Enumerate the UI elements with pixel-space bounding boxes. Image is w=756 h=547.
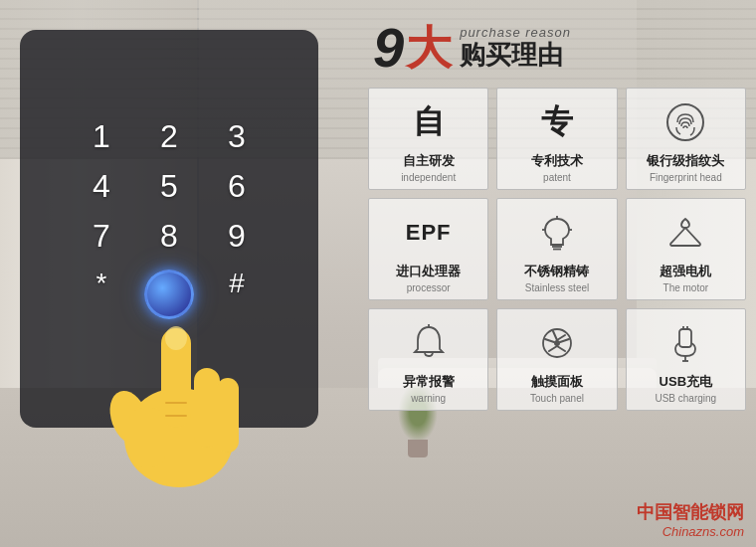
fingerprint-icon — [660, 96, 711, 148]
touchpanel-zh: 触摸面板 — [531, 373, 583, 391]
reasons-header: 9 大 purchase reason 购买理由 — [368, 20, 746, 76]
feature-processor: EPF 进口处理器 processor — [368, 198, 488, 300]
feature-touchpanel: 触摸面板 Touch panel — [496, 308, 617, 411]
key-4[interactable]: 4 — [77, 170, 126, 202]
patent-zh: 专利技术 — [531, 152, 583, 170]
patent-icon: 专 — [531, 96, 583, 148]
key-3[interactable]: 3 — [212, 120, 262, 152]
processor-en: processor — [407, 282, 451, 293]
processor-zh: 进口处理器 — [396, 263, 461, 280]
feature-motor: 超强电机 The motor — [626, 198, 746, 300]
patent-en: patent — [543, 172, 571, 183]
feature-stainless: 不锈钢精铸 Stainless steel — [496, 198, 617, 300]
key-8[interactable]: 8 — [144, 220, 194, 252]
footer-brand: 中国智能锁网 Chinazns.com — [637, 500, 744, 539]
stainless-icon — [531, 207, 583, 259]
subtitle-english: purchase reason — [460, 25, 571, 40]
svg-rect-3 — [194, 368, 220, 448]
alarm-en: warning — [411, 393, 446, 404]
svg-rect-5 — [129, 408, 165, 467]
epf-icon: EPF — [403, 207, 455, 259]
brand-chinese: 中国智能锁网 — [637, 500, 744, 524]
touchpanel-icon — [531, 317, 583, 369]
feature-fingerprint: 银行级指纹头 Fingerprint head — [626, 88, 746, 190]
stainless-en: Stainless steel — [525, 282, 589, 293]
number-nine: 9 — [373, 20, 404, 76]
key-7[interactable]: 7 — [77, 220, 126, 252]
key-2[interactable]: 2 — [144, 120, 194, 152]
da-character: 大 — [406, 25, 452, 71]
motor-zh: 超强电机 — [660, 263, 711, 280]
fingerprint-zh: 银行级指纹头 — [647, 152, 724, 170]
header-text: purchase reason 购买理由 — [460, 25, 571, 71]
feature-usb: USB充电 USB charging — [626, 308, 746, 411]
feature-alarm: 异常报警 warning — [368, 308, 488, 411]
subtitle-chinese: 购买理由 — [460, 40, 571, 71]
independent-zh: 自主研发 — [403, 152, 455, 170]
alarm-zh: 异常报警 — [403, 373, 455, 391]
fingerprint-en: Fingerprint head — [650, 172, 722, 183]
brand-english: Chinazns.com — [637, 524, 744, 539]
independent-en: independent — [401, 172, 456, 183]
feature-independent: 自 自主研发 independent — [368, 88, 488, 190]
key-1[interactable]: 1 — [77, 120, 126, 152]
alarm-icon — [403, 317, 455, 369]
svg-rect-18 — [679, 329, 691, 347]
motor-icon — [660, 207, 711, 259]
stainless-zh: 不锈钢精铸 — [524, 263, 589, 280]
touchpanel-en: Touch panel — [530, 393, 584, 404]
usb-zh: USB充电 — [660, 373, 712, 391]
svg-rect-4 — [217, 378, 239, 453]
hand-pointer — [99, 288, 259, 487]
reasons-panel: 9 大 purchase reason 购买理由 自 自主研发 independ… — [368, 20, 746, 411]
key-5[interactable]: 5 — [144, 170, 194, 202]
features-grid: 自 自主研发 independent 专 专利技术 patent — [368, 88, 746, 411]
motor-en: The motor — [663, 282, 709, 293]
usb-icon — [660, 317, 711, 369]
key-9[interactable]: 9 — [212, 220, 262, 252]
key-6[interactable]: 6 — [212, 170, 262, 202]
usb-en: USB charging — [655, 393, 716, 404]
feature-patent: 专 专利技术 patent — [496, 88, 617, 190]
independent-icon: 自 — [403, 96, 455, 148]
svg-point-8 — [165, 326, 187, 350]
